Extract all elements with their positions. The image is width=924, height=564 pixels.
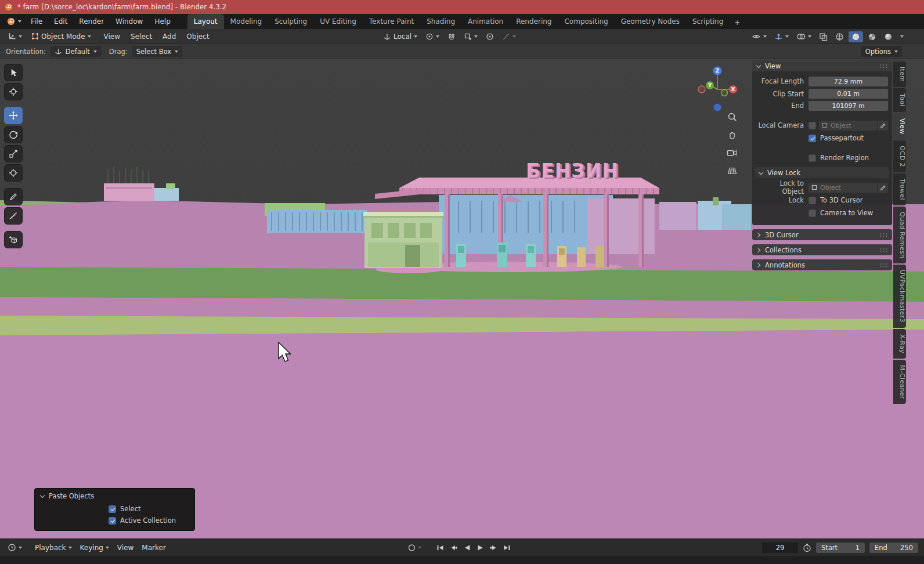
add-workspace-button[interactable]: + (730, 16, 745, 29)
camera-view-button[interactable] (724, 145, 739, 160)
navigation-gizmo[interactable]: Z X Y (695, 63, 740, 113)
clip-end-field[interactable]: 101097 m (808, 101, 888, 111)
panel-grip-icon[interactable] (879, 248, 888, 252)
camera-to-view-checkbox[interactable] (808, 209, 816, 217)
keying-menu[interactable]: Keying (77, 543, 112, 553)
gizmo-neg-x-axis[interactable] (698, 86, 705, 93)
panel-collections[interactable]: Collections (752, 244, 892, 255)
workspace-tab-scripting[interactable]: Scripting (686, 14, 730, 29)
show-gizmo-dropdown[interactable] (771, 31, 792, 42)
menu-help[interactable]: Help (149, 16, 175, 27)
sidebar-tab-item[interactable]: Item (893, 62, 906, 87)
sidebar-tab-uvpackmaster3[interactable]: UVPackmaster3 (893, 265, 906, 328)
workspace-tab-layout[interactable]: Layout (187, 14, 224, 29)
xray-toggle-button[interactable] (816, 31, 831, 42)
previous-keyframe-button[interactable] (447, 542, 459, 554)
shading-solid-button[interactable] (849, 31, 863, 42)
passepartout-checkbox[interactable] (808, 135, 816, 142)
current-frame-field[interactable]: 29 (762, 543, 798, 553)
render-region-checkbox[interactable] (808, 154, 816, 162)
sidebar-tab-tool[interactable]: Tool (893, 88, 906, 112)
proportional-falloff-dropdown[interactable] (499, 31, 519, 42)
menu-render[interactable]: Render (74, 16, 109, 27)
eyedropper-button[interactable] (877, 183, 888, 193)
pan-button[interactable] (724, 127, 739, 142)
workspace-tab-animation[interactable]: Animation (461, 14, 510, 29)
eyedropper-button[interactable] (877, 121, 888, 131)
perspective-toggle-button[interactable] (724, 163, 739, 178)
clip-start-field[interactable]: 0.01 m (808, 89, 888, 99)
menu-object[interactable]: Object (181, 31, 214, 42)
paste-active-collection-checkbox[interactable] (109, 517, 116, 525)
menu-add[interactable]: Add (157, 31, 181, 42)
show-overlays-dropdown[interactable] (793, 31, 814, 42)
zoom-button[interactable] (724, 109, 739, 124)
workspace-tab-compositing[interactable]: Compositing (558, 14, 614, 29)
auto-keying-toggle[interactable] (405, 543, 424, 553)
sidebar-tab-trowel[interactable]: Trowel (893, 173, 906, 205)
panel-grip-icon[interactable] (879, 233, 888, 237)
tool-select-box[interactable] (4, 64, 23, 81)
shading-material-button[interactable] (865, 31, 879, 42)
view-lock-panel-header[interactable]: View Lock (755, 167, 889, 178)
sidebar-tab-ocd2[interactable]: OCD 2 (893, 140, 906, 172)
playback-menu[interactable]: Playback (32, 543, 75, 553)
start-frame-field[interactable]: Start 1 (816, 543, 865, 553)
play-button[interactable] (474, 542, 486, 554)
workspace-tab-geometry-nodes[interactable]: Geometry Nodes (615, 14, 686, 29)
local-camera-object-field[interactable]: Object (819, 121, 877, 131)
menu-window[interactable]: Window (110, 16, 148, 27)
to-3d-cursor-checkbox[interactable] (808, 197, 816, 204)
tool-annotate[interactable] (4, 188, 23, 205)
snap-target-dropdown[interactable] (461, 31, 481, 42)
pivot-point-dropdown[interactable] (423, 31, 442, 42)
options-dropdown[interactable]: Options (861, 46, 902, 57)
snap-toggle-button[interactable] (445, 31, 459, 42)
timeline-view-menu[interactable]: View (114, 543, 136, 553)
tool-scale[interactable] (4, 145, 23, 162)
gizmo-neg-z-axis[interactable] (714, 104, 721, 111)
timeline-marker-menu[interactable]: Marker (139, 543, 168, 553)
view-panel-header[interactable]: View (752, 60, 892, 71)
jump-to-start-button[interactable] (434, 542, 446, 554)
tool-transform[interactable] (4, 164, 23, 182)
menu-edit[interactable]: Edit (49, 16, 73, 27)
sidebar-tab-view[interactable]: View (893, 113, 906, 139)
menu-select[interactable]: Select (125, 31, 157, 42)
panel-3d-cursor[interactable]: 3D Cursor (752, 229, 892, 240)
sidebar-tab-xray[interactable]: X-Ray (893, 329, 906, 359)
play-reverse-button[interactable] (461, 542, 472, 554)
shading-rendered-button[interactable] (881, 31, 896, 42)
titlebar[interactable]: * farm [D:\sorce_loc\kardon\farm\farm.bl… (0, 0, 924, 14)
workspace-tab-modeling[interactable]: Modeling (224, 14, 269, 29)
tool-move[interactable] (4, 107, 23, 124)
focal-length-field[interactable]: 72.9 mm (808, 77, 888, 86)
jump-to-end-button[interactable] (501, 542, 512, 554)
workspace-tab-texture-paint[interactable]: Texture Paint (363, 14, 420, 29)
editor-type-selector[interactable] (5, 31, 25, 42)
drag-dropdown[interactable]: Select Box (132, 46, 183, 57)
blender-menu-button[interactable] (3, 16, 24, 27)
next-keyframe-button[interactable] (488, 542, 499, 554)
tool-cursor[interactable] (4, 83, 23, 100)
lock-to-object-field[interactable]: Object (808, 183, 877, 193)
3d-viewport[interactable]: БЕНЗИН БЕНЗИН (0, 59, 924, 538)
workspace-tab-uv-editing[interactable]: UV Editing (313, 14, 363, 29)
paste-objects-header[interactable]: Paste Objects (40, 492, 189, 500)
tool-rotate[interactable] (4, 126, 23, 143)
workspace-tab-rendering[interactable]: Rendering (510, 14, 558, 29)
orientation-dropdown[interactable]: Default (50, 46, 101, 57)
gizmo-neg-y-axis[interactable] (721, 90, 728, 96)
menu-view[interactable]: View (99, 31, 125, 42)
tool-measure[interactable] (4, 207, 23, 225)
workspace-tab-shading[interactable]: Shading (420, 14, 461, 29)
panel-grip-icon[interactable] (879, 263, 888, 267)
timeline-editor-selector[interactable] (5, 542, 25, 553)
object-visibility-dropdown[interactable] (749, 31, 770, 42)
shading-wireframe-button[interactable] (832, 31, 847, 42)
proportional-editing-toggle[interactable] (483, 31, 497, 42)
shading-dropdown[interactable] (897, 34, 907, 39)
workspace-tab-sculpting[interactable]: Sculpting (268, 14, 313, 29)
mode-selector[interactable]: Object Mode (28, 31, 94, 42)
menu-file[interactable]: File (26, 16, 48, 27)
